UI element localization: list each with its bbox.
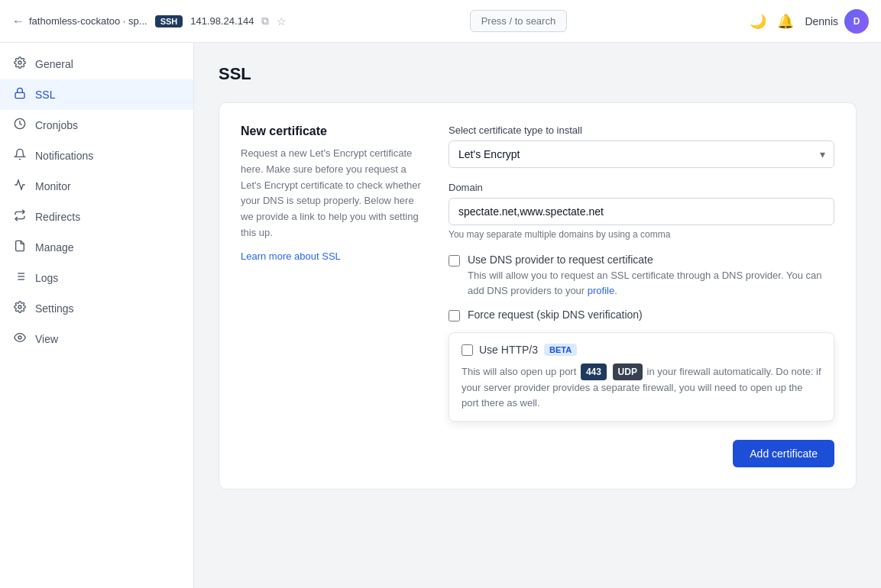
http3-checkbox[interactable]	[462, 344, 473, 356]
server-name: fathomless-cockatoo · sp...	[29, 15, 147, 27]
sidebar-item-label: Logs	[35, 272, 58, 284]
domain-label: Domain	[449, 182, 834, 193]
search-box[interactable]: Press / to search	[470, 10, 568, 32]
add-certificate-button[interactable]: Add certificate	[733, 440, 834, 467]
port-badge: 443	[581, 363, 607, 380]
sidebar-item-notifications[interactable]: Notifications	[0, 141, 193, 171]
domain-hint: You may separate multiple domains by usi…	[449, 229, 834, 240]
sidebar-item-cronjobs[interactable]: Cronjobs	[0, 110, 193, 141]
sidebar-item-ssl[interactable]: SSL	[0, 79, 193, 110]
card-inner: New certificate Request a new Let's Encr…	[241, 124, 834, 422]
sidebar-item-redirects[interactable]: Redirects	[0, 202, 193, 232]
learn-more-link[interactable]: Learn more about SSL	[241, 250, 341, 262]
http3-desc-pre: This will also open up port	[462, 366, 579, 377]
section-desc: Request a new Let's Encrypt certificate …	[241, 146, 424, 241]
dns-checkbox-item: Use DNS provider to request certificate …	[449, 254, 834, 298]
user-name: Dennis	[805, 15, 838, 27]
card-footer: Add certificate	[241, 440, 834, 467]
sidebar-item-label: Manage	[35, 241, 74, 254]
view-icon	[12, 331, 28, 347]
udp-badge: UDP	[613, 363, 643, 380]
cert-type-select[interactable]: Let's Encrypt Custom	[449, 141, 834, 168]
force-checkbox[interactable]	[449, 310, 460, 321]
http3-label[interactable]: Use HTTP/3	[479, 344, 538, 356]
sidebar: General SSL Cronjobs Notifications Monit…	[0, 43, 194, 588]
sidebar-item-logs[interactable]: Logs	[0, 263, 193, 293]
ssh-badge: SSH	[155, 15, 183, 27]
http3-box: Use HTTP/3 BETA This will also open up p…	[449, 332, 834, 422]
logs-icon	[12, 270, 28, 286]
redirects-icon	[12, 209, 28, 225]
topbar-left: ← fathomless-cockatoo · sp... SSH 141.98…	[12, 15, 287, 28]
dns-checkbox-content: Use DNS provider to request certificate …	[468, 254, 834, 298]
domain-input[interactable]	[449, 198, 834, 225]
dns-checkbox[interactable]	[449, 255, 460, 267]
svg-point-0	[18, 61, 21, 64]
svg-point-10	[18, 336, 21, 339]
card-left: New certificate Request a new Let's Encr…	[241, 124, 424, 422]
ip-address: 141.98.24.144	[190, 15, 254, 27]
notifications-nav-icon	[12, 148, 28, 163]
cert-type-group: Select certificate type to install Let's…	[449, 124, 834, 168]
back-button[interactable]: ← fathomless-cockatoo · sp...	[12, 15, 147, 28]
sidebar-item-manage[interactable]: Manage	[0, 232, 193, 263]
main-layout: General SSL Cronjobs Notifications Monit…	[0, 43, 881, 588]
sidebar-item-label: Redirects	[35, 211, 80, 223]
dark-mode-icon[interactable]: 🌙	[750, 13, 766, 30]
page-title: SSL	[219, 64, 857, 84]
domain-group: Domain You may separate multiple domains…	[449, 182, 834, 240]
sidebar-item-settings[interactable]: Settings	[0, 293, 193, 324]
dns-desc-pre: This will allow you to request an SSL ce…	[468, 270, 821, 296]
sidebar-item-label: General	[35, 58, 73, 70]
sidebar-item-label: Cronjobs	[35, 119, 78, 131]
back-arrow-icon: ←	[12, 15, 24, 28]
force-checkbox-label[interactable]: Force request (skip DNS verification)	[468, 309, 643, 321]
sidebar-item-label: Monitor	[35, 180, 71, 192]
avatar-initials: D	[853, 16, 860, 27]
sidebar-item-label: Settings	[35, 302, 74, 315]
dns-checkbox-label[interactable]: Use DNS provider to request certificate	[468, 254, 653, 266]
cronjobs-icon	[12, 118, 28, 133]
settings-icon	[12, 301, 28, 316]
dns-desc-post: .	[614, 285, 617, 296]
general-icon	[12, 57, 28, 72]
search-label: Press / to search	[481, 15, 556, 27]
copy-icon[interactable]: ⧉	[261, 15, 269, 27]
topbar-right: 🌙 🔔 Dennis D	[750, 9, 869, 34]
force-checkbox-item: Force request (skip DNS verification)	[449, 309, 834, 321]
profile-link[interactable]: profile	[588, 285, 614, 296]
svg-rect-1	[15, 92, 24, 98]
card-right: Select certificate type to install Let's…	[449, 124, 834, 422]
notifications-icon[interactable]: 🔔	[777, 13, 794, 30]
sidebar-item-view[interactable]: View	[0, 324, 193, 354]
beta-badge: BETA	[544, 344, 577, 356]
certificate-card: New certificate Request a new Let's Encr…	[219, 102, 857, 489]
section-title: New certificate	[241, 124, 424, 138]
ssl-icon	[12, 87, 28, 102]
http3-header: Use HTTP/3 BETA	[462, 344, 821, 356]
star-icon[interactable]: ☆	[277, 15, 287, 27]
user-section[interactable]: Dennis D	[805, 9, 869, 34]
topbar: ← fathomless-cockatoo · sp... SSH 141.98…	[0, 0, 881, 43]
cert-type-label: Select certificate type to install	[449, 124, 834, 136]
manage-icon	[12, 240, 28, 255]
monitor-icon	[12, 179, 28, 194]
http3-desc: This will also open up port 443 UDP in y…	[462, 363, 821, 410]
cert-type-select-wrapper: Let's Encrypt Custom ▾	[449, 141, 834, 168]
sidebar-item-label: SSL	[35, 89, 55, 101]
avatar: D	[844, 9, 869, 34]
dns-checkbox-desc: This will allow you to request an SSL ce…	[468, 268, 834, 298]
sidebar-item-label: Notifications	[35, 150, 93, 162]
svg-point-9	[18, 305, 21, 309]
sidebar-item-label: View	[35, 333, 58, 345]
content-area: SSL New certificate Request a new Let's …	[194, 43, 881, 588]
sidebar-item-general[interactable]: General	[0, 49, 193, 79]
sidebar-item-monitor[interactable]: Monitor	[0, 171, 193, 202]
